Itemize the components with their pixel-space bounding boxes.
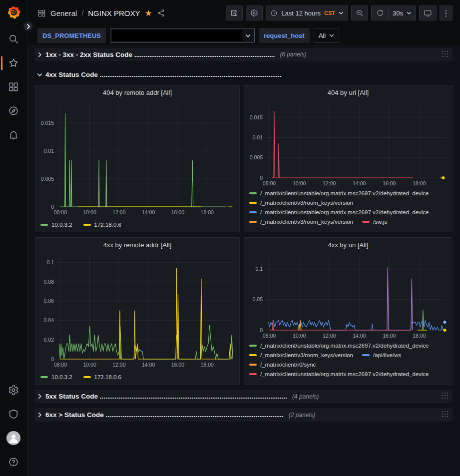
svg-text:08:00: 08:00	[263, 333, 276, 339]
sidebar-item-help[interactable]	[0, 450, 27, 474]
variable-select-ds-prometheus[interactable]	[110, 28, 255, 43]
monitor-icon	[424, 9, 432, 17]
refresh-button[interactable]	[371, 5, 388, 20]
panel-title[interactable]: 404 by uri [All]	[244, 85, 452, 99]
legend-item[interactable]: 172.18.0.6	[83, 374, 121, 380]
legend-swatch	[249, 354, 257, 356]
row-drag-handle[interactable]	[442, 393, 450, 400]
legend-label: /_matrix/client/unstable/org.matrix.msc2…	[260, 190, 429, 196]
legend-item[interactable]: /_matrix/client/unstable/org.matrix.msc2…	[249, 190, 429, 196]
legend-item[interactable]: /_matrix/client/v3/room_keys/version	[249, 219, 353, 225]
legend-label: /_matrix/client/v3/room_keys/version	[260, 200, 353, 206]
row-title: 6xx > Status Code ......................…	[45, 411, 284, 419]
panel-title[interactable]: 404 by remote addr [All]	[35, 85, 239, 99]
time-series-chart[interactable]: 08:0010:0012:0014:0016:0018:0000.0050.01…	[244, 99, 452, 188]
legend-item[interactable]: 172.18.0.6	[83, 222, 121, 228]
row-drag-handle[interactable]	[442, 411, 450, 419]
chevron-down-icon	[329, 33, 334, 38]
compass-icon	[8, 105, 19, 116]
panel-title[interactable]: 4xx by remote addr [All]	[35, 238, 239, 252]
save-dashboard-button[interactable]	[226, 5, 243, 20]
chevron-down-icon	[245, 33, 251, 38]
row-1xx-3xx-2xx-status-code[interactable]: 1xx - 3xx - 2xx Status Code ............…	[35, 48, 453, 61]
sidebar-item-configuration[interactable]	[0, 378, 27, 402]
variable-value: All	[319, 32, 326, 39]
time-series-chart[interactable]: 08:0010:0012:0014:0016:0018:0000.0050.01…	[35, 99, 239, 217]
dashboard-settings-button[interactable]	[246, 5, 263, 20]
sidebar-item-starred[interactable]	[0, 51, 27, 75]
legend-label: 10.0.3.2	[51, 374, 72, 380]
help-circle-icon	[8, 457, 19, 468]
legend-label: 172.18.0.6	[94, 374, 121, 380]
legend-item[interactable]: /_matrix/client/unstable/org.matrix.msc2…	[249, 343, 429, 349]
time-series-chart[interactable]: 08:0010:0012:0014:0016:0018:0000.020.040…	[35, 252, 239, 369]
legend-swatch	[362, 354, 370, 356]
zoom-out-icon	[356, 9, 364, 17]
svg-text:18:00: 18:00	[201, 209, 214, 215]
sidebar-item-alerting[interactable]	[0, 123, 27, 147]
legend-item[interactable]: /_matrix/client/r0/sync	[249, 362, 316, 368]
row-panel-count: (2 panels)	[289, 412, 315, 419]
variable-label-request-host[interactable]: request_host	[259, 28, 310, 43]
row-title: 5xx Status Code ........................…	[45, 393, 287, 400]
share-icon[interactable]	[157, 9, 165, 17]
shield-icon	[8, 409, 19, 420]
row-4xx-status-code[interactable]: 4xx Status Code ........................…	[35, 68, 453, 81]
sidebar-item-dashboards[interactable]	[0, 75, 27, 99]
panel-title[interactable]: 4xx by uri [All]	[244, 238, 452, 252]
svg-text:0: 0	[260, 175, 263, 181]
breadcrumb-section[interactable]: General	[50, 9, 77, 17]
legend-item[interactable]: /_matrix/client/v3/room_keys/version	[249, 200, 353, 206]
row-drag-handle[interactable]	[442, 51, 450, 58]
svg-text:12:00: 12:00	[112, 209, 125, 215]
more-options-button[interactable]: ⋮	[440, 5, 453, 20]
dashboards-grid-icon	[8, 81, 19, 92]
svg-text:0.01: 0.01	[44, 148, 54, 154]
panel-4xx-by-remote-addr: 4xx by remote addr [All] 08:0010:0012:00…	[35, 237, 240, 385]
sidebar-item-profile[interactable]	[0, 426, 27, 450]
zoom-out-button[interactable]	[351, 5, 368, 20]
svg-text:0.01: 0.01	[253, 134, 263, 140]
sidebar-expand-button[interactable]	[22, 20, 34, 32]
legend-swatch	[83, 376, 91, 378]
legend-item[interactable]: /_matrix/client/unstable/org.matrix.msc2…	[249, 371, 429, 377]
legend-item[interactable]: /_matrix/client/v3/room_keys/version	[249, 352, 353, 358]
time-range-picker[interactable]: Last 12 hours CST	[266, 5, 348, 20]
sidebar-item-search[interactable]	[0, 27, 27, 51]
legend-label: 172.18.0.6	[94, 222, 121, 228]
sidebar-item-server-admin[interactable]	[0, 402, 27, 426]
favorite-star-icon[interactable]: ★	[144, 9, 152, 17]
save-icon	[230, 9, 238, 17]
tv-mode-button[interactable]	[419, 5, 437, 20]
svg-text:16:00: 16:00	[171, 209, 184, 215]
row-title: 4xx Status Code ........................…	[45, 71, 282, 78]
variable-label-ds-prometheus[interactable]: DS_PROMETHEUS	[37, 28, 106, 43]
row-5xx-status-code[interactable]: 5xx Status Code ........................…	[35, 390, 453, 403]
legend-swatch	[249, 192, 257, 194]
legend-item[interactable]: /sw.js	[362, 219, 387, 225]
time-series-chart[interactable]: 08:0010:0012:0014:0016:0018:0000.050.1	[244, 252, 452, 340]
legend-item[interactable]: 10.0.3.2	[40, 374, 72, 380]
legend-item[interactable]: /_matrix/client/unstable/org.matrix.msc2…	[249, 209, 429, 215]
legend-item[interactable]: /api/live/ws	[362, 352, 401, 358]
page-title[interactable]: NGINX PROXY	[88, 9, 140, 17]
svg-text:0.1: 0.1	[255, 266, 263, 272]
svg-text:0: 0	[51, 356, 54, 362]
row-6xx-status-code[interactable]: 6xx > Status Code ......................…	[35, 408, 453, 422]
legend-label: /_matrix/client/unstable/org.matrix.msc2…	[260, 209, 429, 215]
legend-swatch	[249, 373, 257, 375]
panel-404-by-remote-addr: 404 by remote addr [All] 08:0010:0012:00…	[35, 85, 240, 232]
grafana-logo[interactable]	[5, 5, 21, 21]
legend-swatch	[249, 364, 257, 366]
legend-item[interactable]: 10.0.3.2	[40, 222, 72, 228]
svg-text:08:00: 08:00	[263, 180, 276, 186]
svg-text:0.05: 0.05	[253, 296, 263, 302]
sidebar-item-explore[interactable]	[0, 99, 27, 123]
svg-text:12:00: 12:00	[323, 333, 336, 339]
chart-legend: 10.0.3.2172.18.0.6	[35, 369, 239, 384]
refresh-interval-dropdown[interactable]: 30s	[388, 5, 416, 20]
breadcrumb: General / NGINX PROXY ★	[37, 9, 165, 17]
legend-label: /_matrix/client/unstable/org.matrix.msc2…	[260, 343, 429, 349]
svg-text:0.08: 0.08	[44, 279, 54, 285]
variable-select-request-host[interactable]: All	[314, 28, 339, 43]
